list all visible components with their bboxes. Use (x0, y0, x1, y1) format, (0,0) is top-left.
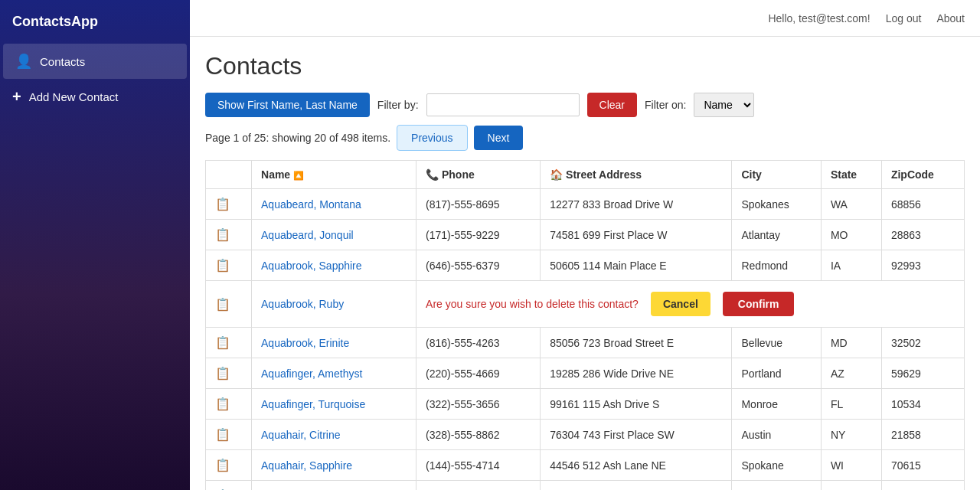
sidebar-item-contacts[interactable]: 👤 Contacts (3, 44, 187, 79)
contact-name-link[interactable]: Aquafinger, Amethyst (261, 368, 362, 380)
state-cell: NY (821, 420, 881, 450)
state-cell: WA (821, 189, 881, 220)
user-greeting: Hello, test@test.com! (768, 12, 870, 24)
edit-icon[interactable]: 📋 (215, 228, 230, 241)
phone-cell: (816)-555-4263 (416, 328, 541, 358)
edit-icon[interactable]: 📋 (215, 198, 230, 211)
contact-name-link[interactable]: Aquafinger, Turquoise (261, 398, 365, 410)
table-row: 📋 Aqualake, Cobalt (607)-555-4213 54310 … (206, 481, 965, 491)
edit-icon[interactable]: 📋 (215, 459, 230, 472)
contacts-content: Contacts Show First Name, Last Name Filt… (190, 37, 980, 490)
phone-cell: (171)-555-9229 (416, 220, 541, 250)
logout-link[interactable]: Log out (886, 12, 922, 24)
edit-cell: 📋 (206, 450, 252, 481)
name-cell: Aquabrook, Erinite (252, 328, 416, 358)
next-button[interactable]: Next (474, 126, 524, 150)
sidebar-add-label: Add New Contact (29, 90, 119, 103)
edit-cell: 📋 (206, 358, 252, 389)
show-name-button[interactable]: Show First Name, Last Name (205, 93, 370, 117)
contact-name-link[interactable]: Aquabrook, Erinite (261, 337, 349, 349)
zip-cell: 59629 (881, 358, 964, 389)
table-row: 📋 Aquahair, Citrine (328)-555-8862 76304… (206, 420, 965, 450)
edit-cell: 📋 (206, 420, 252, 450)
contact-name-link[interactable]: Aquabeard, Jonquil (261, 229, 354, 241)
delete-confirm-content: Are you sure you wish to delete this con… (426, 289, 955, 319)
contact-name-link[interactable]: Aquabrook, Ruby (261, 298, 344, 310)
contact-name-link[interactable]: Aquahair, Citrine (261, 429, 341, 441)
address-icon: 🏠 (550, 168, 566, 181)
col-header-edit (206, 161, 252, 189)
name-cell: Aquafinger, Turquoise (252, 389, 416, 420)
page-title: Contacts (205, 52, 965, 80)
contacts-table: Name 🔼 📞 Phone 🏠 Street Address City Sta… (205, 160, 965, 490)
filter-input[interactable] (426, 93, 580, 116)
topbar: Hello, test@test.com! Log out About (190, 0, 980, 37)
phone-cell: (646)-555-6379 (416, 250, 541, 281)
contact-name-link[interactable]: Aquahair, Sapphire (261, 459, 352, 472)
edit-icon[interactable]: 📋 (215, 298, 230, 311)
cancel-button[interactable]: Cancel (651, 292, 710, 316)
col-header-name: Name 🔼 (252, 161, 416, 189)
confirm-button[interactable]: Confirm (723, 292, 795, 316)
contact-name-link[interactable]: Aquabrook, Sapphire (261, 260, 362, 272)
city-cell: Redmond (732, 250, 821, 281)
filter-on-label: Filter on: (645, 99, 686, 111)
sidebar-item-add-contact[interactable]: + Add New Contact (0, 79, 190, 115)
table-row: 📋 Aquafinger, Turquoise (322)-555-3656 9… (206, 389, 965, 420)
zip-cell: 70615 (881, 450, 964, 481)
state-cell: IA (821, 250, 881, 281)
table-row: 📋 Aquafinger, Amethyst (220)-555-4669 19… (206, 358, 965, 389)
clear-button[interactable]: Clear (587, 93, 637, 117)
city-cell: Atlantay (732, 220, 821, 250)
edit-cell: 📋 (206, 281, 252, 328)
phone-cell: (322)-555-3656 (416, 389, 541, 420)
phone-cell: (607)-555-4213 (416, 481, 541, 491)
filter-on-select[interactable]: Name Phone City State (694, 93, 754, 117)
phone-icon: 📞 (426, 168, 442, 181)
city-cell: Spokanes (732, 189, 821, 220)
state-cell: MD (821, 328, 881, 358)
city-cell: Spokane (732, 450, 821, 481)
previous-button[interactable]: Previous (397, 125, 467, 151)
address-cell: 50605 114 Main Place E (541, 250, 732, 281)
name-cell: Aquabeard, Jonquil (252, 220, 416, 250)
name-cell: Aquabrook, Sapphire (252, 250, 416, 281)
zip-cell: 61303 (881, 481, 964, 491)
edit-icon[interactable]: 📋 (215, 367, 230, 380)
edit-icon[interactable]: 📋 (215, 259, 230, 272)
address-cell: 76304 743 First Place SW (541, 420, 732, 450)
address-cell: 12277 833 Broad Drive W (541, 189, 732, 220)
about-link[interactable]: About (936, 12, 965, 24)
name-cell: Aquafinger, Amethyst (252, 358, 416, 389)
phone-cell: (328)-555-8862 (416, 420, 541, 450)
state-cell: FL (821, 389, 881, 420)
zip-cell: 68856 (881, 189, 964, 220)
toolbar: Show First Name, Last Name Filter by: Cl… (205, 93, 965, 117)
table-row: 📋 Aquabrook, Ruby Are you sure you wish … (206, 281, 965, 328)
state-cell: MO (821, 220, 881, 250)
name-cell: Aquabeard, Montana (252, 189, 416, 220)
pagination-info: Page 1 of 25: showing 20 of 498 items. (205, 132, 390, 144)
zip-cell: 32502 (881, 328, 964, 358)
address-cell: 19285 286 Wide Drive NE (541, 358, 732, 389)
address-cell: 99161 115 Ash Drive S (541, 389, 732, 420)
edit-icon[interactable]: 📋 (215, 397, 230, 410)
city-cell: Portland (732, 358, 821, 389)
sidebar-nav: 👤 Contacts + Add New Contact (0, 44, 190, 115)
pagination-row: Page 1 of 25: showing 20 of 498 items. P… (205, 125, 965, 151)
zip-cell: 92993 (881, 250, 964, 281)
table-row: 📋 Aquabrook, Erinite (816)-555-4263 8505… (206, 328, 965, 358)
city-cell: Monroe (732, 389, 821, 420)
city-cell: Austin (732, 420, 821, 450)
edit-icon[interactable]: 📋 (215, 336, 230, 349)
state-cell: AZ (821, 358, 881, 389)
contact-name-link[interactable]: Aquabeard, Montana (261, 198, 361, 211)
zip-cell: 10534 (881, 389, 964, 420)
edit-icon[interactable]: 📋 (215, 428, 230, 441)
app-title: ContactsApp (0, 0, 190, 44)
delete-confirm-cell: Are you sure you wish to delete this con… (416, 281, 965, 328)
name-sort-icon[interactable]: 🔼 (293, 171, 304, 180)
table-row: 📋 Aquabrook, Sapphire (646)-555-6379 506… (206, 250, 965, 281)
address-cell: 54310 871 Pine Lane SE (541, 481, 732, 491)
table-row: 📋 Aquabeard, Montana (817)-555-8695 1227… (206, 189, 965, 220)
